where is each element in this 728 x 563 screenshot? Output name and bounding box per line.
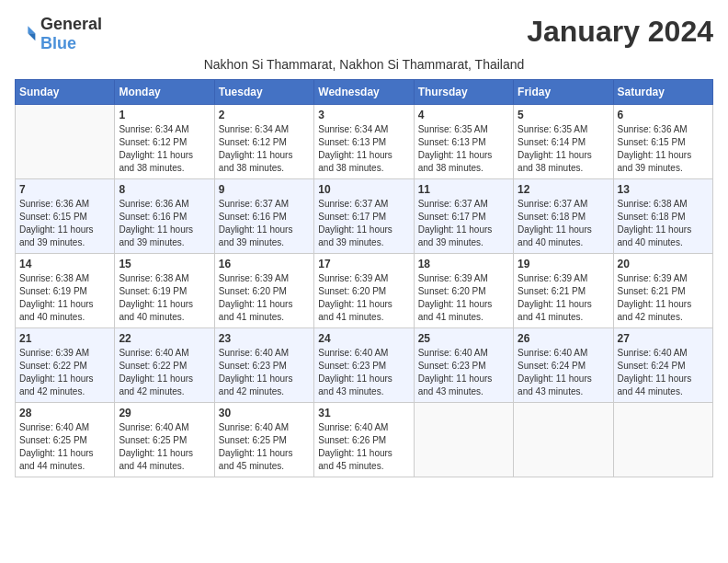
calendar-cell: 17Sunrise: 6:39 AMSunset: 6:20 PMDayligh…	[314, 254, 414, 328]
day-number: 29	[119, 407, 210, 419]
day-info: Sunrise: 6:40 AMSunset: 6:23 PMDaylight:…	[318, 347, 409, 398]
day-info: Sunrise: 6:37 AMSunset: 6:18 PMDaylight:…	[518, 198, 609, 249]
calendar-cell: 14Sunrise: 6:38 AMSunset: 6:19 PMDayligh…	[16, 254, 115, 328]
day-number: 25	[418, 332, 509, 345]
day-info: Sunrise: 6:40 AMSunset: 6:25 PMDaylight:…	[119, 421, 210, 473]
day-number: 15	[119, 258, 210, 270]
day-number: 17	[318, 258, 409, 270]
day-headers-row: SundayMondayTuesdayWednesdayThursdayFrid…	[16, 80, 713, 105]
day-header-tuesday: Tuesday	[214, 80, 313, 105]
day-number: 7	[19, 183, 110, 196]
day-number: 13	[618, 183, 709, 196]
day-number: 19	[518, 258, 609, 270]
day-number: 24	[318, 332, 409, 345]
day-info: Sunrise: 6:40 AMSunset: 6:24 PMDaylight:…	[518, 347, 609, 398]
week-row-3: 14Sunrise: 6:38 AMSunset: 6:19 PMDayligh…	[16, 254, 713, 328]
calendar-cell	[16, 105, 115, 179]
day-number: 30	[219, 407, 310, 419]
calendar-cell: 9Sunrise: 6:37 AMSunset: 6:16 PMDaylight…	[214, 179, 313, 254]
header: General Blue January 2024	[15, 15, 713, 53]
calendar-cell: 29Sunrise: 6:40 AMSunset: 6:25 PMDayligh…	[115, 403, 214, 477]
logo-icon	[15, 23, 37, 45]
day-number: 12	[518, 183, 609, 196]
day-info: Sunrise: 6:34 AMSunset: 6:12 PMDaylight:…	[119, 123, 210, 175]
logo: General Blue	[15, 15, 102, 53]
day-info: Sunrise: 6:40 AMSunset: 6:26 PMDaylight:…	[318, 421, 409, 473]
day-info: Sunrise: 6:39 AMSunset: 6:21 PMDaylight:…	[618, 272, 709, 324]
calendar-table: SundayMondayTuesdayWednesdayThursdayFrid…	[15, 79, 713, 477]
calendar-cell: 2Sunrise: 6:34 AMSunset: 6:12 PMDaylight…	[214, 105, 313, 179]
day-info: Sunrise: 6:37 AMSunset: 6:17 PMDaylight:…	[418, 198, 509, 249]
calendar-cell: 1Sunrise: 6:34 AMSunset: 6:12 PMDaylight…	[115, 105, 214, 179]
day-info: Sunrise: 6:36 AMSunset: 6:15 PMDaylight:…	[19, 198, 110, 249]
day-header-saturday: Saturday	[613, 80, 712, 105]
location-text: Nakhon Si Thammarat, Nakhon Si Thammarat…	[15, 57, 713, 72]
day-number: 9	[219, 183, 310, 196]
calendar-cell	[613, 403, 712, 477]
day-number: 11	[418, 183, 509, 196]
day-info: Sunrise: 6:40 AMSunset: 6:23 PMDaylight:…	[418, 347, 509, 398]
logo-general: General	[40, 15, 102, 33]
day-info: Sunrise: 6:40 AMSunset: 6:23 PMDaylight:…	[219, 347, 310, 398]
svg-marker-1	[28, 33, 35, 40]
day-header-sunday: Sunday	[16, 80, 115, 105]
calendar-cell: 6Sunrise: 6:36 AMSunset: 6:15 PMDaylight…	[613, 105, 712, 179]
svg-marker-0	[28, 26, 35, 33]
day-header-thursday: Thursday	[414, 80, 513, 105]
logo-blue: Blue	[40, 34, 76, 52]
day-info: Sunrise: 6:38 AMSunset: 6:19 PMDaylight:…	[119, 272, 210, 324]
day-info: Sunrise: 6:39 AMSunset: 6:20 PMDaylight:…	[219, 272, 310, 324]
calendar-cell: 18Sunrise: 6:39 AMSunset: 6:20 PMDayligh…	[414, 254, 513, 328]
day-info: Sunrise: 6:40 AMSunset: 6:22 PMDaylight:…	[119, 347, 210, 398]
day-number: 3	[318, 109, 409, 121]
day-info: Sunrise: 6:40 AMSunset: 6:25 PMDaylight:…	[219, 421, 310, 473]
day-number: 27	[618, 332, 709, 345]
calendar-cell: 24Sunrise: 6:40 AMSunset: 6:23 PMDayligh…	[314, 328, 414, 403]
day-number: 4	[418, 109, 509, 121]
day-info: Sunrise: 6:36 AMSunset: 6:16 PMDaylight:…	[119, 198, 210, 249]
calendar-cell: 10Sunrise: 6:37 AMSunset: 6:17 PMDayligh…	[314, 179, 414, 254]
day-info: Sunrise: 6:39 AMSunset: 6:21 PMDaylight:…	[518, 272, 609, 324]
day-number: 5	[518, 109, 609, 121]
day-number: 22	[119, 332, 210, 345]
day-number: 28	[19, 407, 110, 419]
day-info: Sunrise: 6:40 AMSunset: 6:24 PMDaylight:…	[618, 347, 709, 398]
title-block: January 2024	[527, 15, 713, 49]
calendar-cell: 19Sunrise: 6:39 AMSunset: 6:21 PMDayligh…	[514, 254, 613, 328]
day-info: Sunrise: 6:39 AMSunset: 6:20 PMDaylight:…	[318, 272, 409, 324]
day-info: Sunrise: 6:34 AMSunset: 6:13 PMDaylight:…	[318, 123, 409, 175]
day-number: 31	[318, 407, 409, 419]
calendar-cell: 20Sunrise: 6:39 AMSunset: 6:21 PMDayligh…	[613, 254, 712, 328]
day-info: Sunrise: 6:37 AMSunset: 6:17 PMDaylight:…	[318, 198, 409, 249]
calendar-cell	[414, 403, 513, 477]
calendar-cell: 25Sunrise: 6:40 AMSunset: 6:23 PMDayligh…	[414, 328, 513, 403]
calendar-cell: 27Sunrise: 6:40 AMSunset: 6:24 PMDayligh…	[613, 328, 712, 403]
day-number: 16	[219, 258, 310, 270]
day-info: Sunrise: 6:39 AMSunset: 6:20 PMDaylight:…	[418, 272, 509, 324]
day-number: 1	[119, 109, 210, 121]
calendar-cell: 8Sunrise: 6:36 AMSunset: 6:16 PMDaylight…	[115, 179, 214, 254]
calendar-cell: 28Sunrise: 6:40 AMSunset: 6:25 PMDayligh…	[16, 403, 115, 477]
day-number: 8	[119, 183, 210, 196]
day-header-monday: Monday	[115, 80, 214, 105]
calendar-cell: 30Sunrise: 6:40 AMSunset: 6:25 PMDayligh…	[214, 403, 313, 477]
day-number: 2	[219, 109, 310, 121]
calendar-cell	[514, 403, 613, 477]
calendar-cell: 7Sunrise: 6:36 AMSunset: 6:15 PMDaylight…	[16, 179, 115, 254]
calendar-cell: 22Sunrise: 6:40 AMSunset: 6:22 PMDayligh…	[115, 328, 214, 403]
week-row-2: 7Sunrise: 6:36 AMSunset: 6:15 PMDaylight…	[16, 179, 713, 254]
day-header-wednesday: Wednesday	[314, 80, 414, 105]
calendar-cell: 5Sunrise: 6:35 AMSunset: 6:14 PMDaylight…	[514, 105, 613, 179]
day-number: 26	[518, 332, 609, 345]
day-info: Sunrise: 6:36 AMSunset: 6:15 PMDaylight:…	[618, 123, 709, 175]
calendar-cell: 13Sunrise: 6:38 AMSunset: 6:18 PMDayligh…	[613, 179, 712, 254]
week-row-4: 21Sunrise: 6:39 AMSunset: 6:22 PMDayligh…	[16, 328, 713, 403]
day-info: Sunrise: 6:40 AMSunset: 6:25 PMDaylight:…	[19, 421, 110, 473]
day-number: 6	[618, 109, 709, 121]
day-number: 21	[19, 332, 110, 345]
calendar-cell: 3Sunrise: 6:34 AMSunset: 6:13 PMDaylight…	[314, 105, 414, 179]
calendar-cell: 4Sunrise: 6:35 AMSunset: 6:13 PMDaylight…	[414, 105, 513, 179]
day-number: 23	[219, 332, 310, 345]
day-info: Sunrise: 6:35 AMSunset: 6:13 PMDaylight:…	[418, 123, 509, 175]
day-number: 18	[418, 258, 509, 270]
